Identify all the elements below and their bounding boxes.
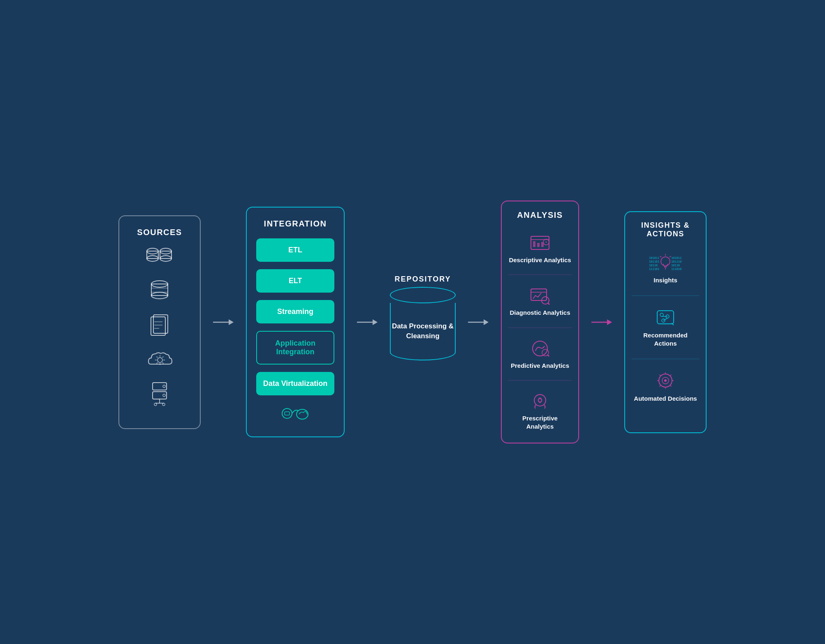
svg-point-27 xyxy=(282,409,292,418)
svg-text:101011: 101011 xyxy=(649,256,659,260)
integration-bottom-icon xyxy=(281,405,310,425)
insights-icon: 101011 101101 10110 111101 101011 101110 xyxy=(649,252,682,274)
repository-title: REPOSITORY xyxy=(394,275,451,284)
svg-rect-7 xyxy=(151,284,168,295)
svg-rect-17 xyxy=(153,383,167,390)
analysis-divider-1 xyxy=(508,275,572,275)
svg-point-73 xyxy=(664,379,667,382)
diagnostic-analytics-item: Diagnostic Analytics xyxy=(510,282,570,320)
svg-point-44 xyxy=(533,341,547,356)
svg-line-43 xyxy=(548,303,549,305)
automated-decisions-icon xyxy=(655,371,676,392)
cylinder-top xyxy=(390,287,456,303)
prescriptive-analytics-label: Prescriptive Analytics xyxy=(508,414,572,430)
analysis-panel: ANALYSIS Descriptive Analytics xyxy=(501,201,579,444)
arrow-repository-to-analysis xyxy=(468,316,489,328)
predictive-analytics-item: Predictive Analytics xyxy=(511,335,569,373)
descriptive-analytics-icon xyxy=(530,233,550,254)
svg-text:101011: 101011 xyxy=(671,256,681,260)
integration-title: INTEGRATION xyxy=(264,219,327,229)
svg-rect-28 xyxy=(285,412,290,415)
svg-point-19 xyxy=(163,385,165,388)
descriptive-analytics-label: Descriptive Analytics xyxy=(509,256,571,264)
svg-line-46 xyxy=(547,355,549,356)
automated-decisions-label: Automated Decisions xyxy=(634,395,697,403)
svg-text:101101: 101101 xyxy=(649,260,659,263)
recommended-actions-item: Recommended Actions xyxy=(632,303,699,351)
svg-text:10110: 10110 xyxy=(649,264,658,267)
svg-rect-65 xyxy=(657,311,674,324)
svg-marker-26 xyxy=(229,319,234,325)
svg-rect-18 xyxy=(153,392,167,399)
svg-point-48 xyxy=(538,399,542,402)
descriptive-analytics-item: Descriptive Analytics xyxy=(509,230,571,268)
svg-point-66 xyxy=(660,313,663,316)
insight-divider-1 xyxy=(632,295,699,296)
documents-icon xyxy=(148,313,171,340)
predictive-analytics-icon xyxy=(530,339,550,360)
diagram: SOURCES xyxy=(94,176,731,469)
diagnostic-analytics-icon xyxy=(530,286,550,307)
arrow-sources-to-integration xyxy=(213,316,234,328)
recommended-actions-label: Recommended Actions xyxy=(632,331,699,347)
cloud-gear-icon xyxy=(146,348,173,373)
integration-panel: INTEGRATION ETL ELT Streaming Applicatio… xyxy=(246,207,345,437)
svg-text:111101: 111101 xyxy=(649,268,659,271)
cylinder-body: Data Processing & Cleansing xyxy=(390,303,456,360)
svg-point-16 xyxy=(158,358,162,362)
sources-title: SOURCES xyxy=(137,228,182,237)
insights-panel: INSIGHTS & ACTIONS 101011 101101 10110 1… xyxy=(624,211,707,433)
sources-panel: SOURCES xyxy=(118,215,201,429)
analysis-title: ANALYSIS xyxy=(517,210,563,220)
svg-point-29 xyxy=(297,409,308,419)
insights-title: INSIGHTS & ACTIONS xyxy=(632,221,699,238)
arrow-integration-to-repository xyxy=(357,316,378,328)
prescriptive-analytics-icon xyxy=(530,391,550,413)
analysis-divider-3 xyxy=(508,380,572,381)
application-integration-button[interactable]: Application Integration xyxy=(256,331,334,365)
diagnostic-analytics-label: Diagnostic Analytics xyxy=(510,309,570,317)
cylinder-text: Data Processing & Cleansing xyxy=(391,321,455,341)
streaming-button[interactable]: Streaming xyxy=(256,300,334,323)
svg-rect-1 xyxy=(147,251,158,259)
etl-button[interactable]: ETL xyxy=(256,238,334,262)
svg-rect-4 xyxy=(160,251,171,259)
svg-point-55 xyxy=(661,257,670,266)
predictive-analytics-label: Predictive Analytics xyxy=(511,362,569,370)
insights-item: 101011 101101 10110 111101 101011 101110 xyxy=(649,248,682,289)
server-icon xyxy=(149,381,170,410)
analysis-divider-2 xyxy=(508,328,572,328)
svg-rect-36 xyxy=(533,241,535,247)
automated-decisions-item: Automated Decisions xyxy=(634,367,697,407)
arrow-analysis-to-insights xyxy=(591,316,612,328)
svg-text:10110: 10110 xyxy=(671,264,680,267)
insights-label: Insights xyxy=(654,276,677,284)
svg-rect-37 xyxy=(537,243,540,247)
data-virtualization-button[interactable]: Data Virtualization xyxy=(256,372,334,395)
database-icon xyxy=(149,280,170,305)
prescriptive-analytics-item: Prescriptive Analytics xyxy=(508,388,572,434)
svg-line-60 xyxy=(670,256,671,257)
repository-cylinder: Data Processing & Cleansing xyxy=(390,287,456,369)
svg-point-20 xyxy=(163,394,165,397)
svg-marker-31 xyxy=(373,319,378,325)
databases-icon xyxy=(145,247,174,272)
insight-divider-2 xyxy=(632,359,699,359)
svg-line-59 xyxy=(660,256,661,257)
repository-section: REPOSITORY Data Processing & Cleansing xyxy=(390,275,456,369)
recommended-actions-icon xyxy=(655,307,676,329)
elt-button[interactable]: ELT xyxy=(256,269,334,293)
svg-marker-50 xyxy=(607,319,612,325)
svg-text:111010: 111010 xyxy=(671,268,681,271)
svg-text:101110: 101110 xyxy=(671,260,681,263)
svg-marker-33 xyxy=(484,319,489,325)
